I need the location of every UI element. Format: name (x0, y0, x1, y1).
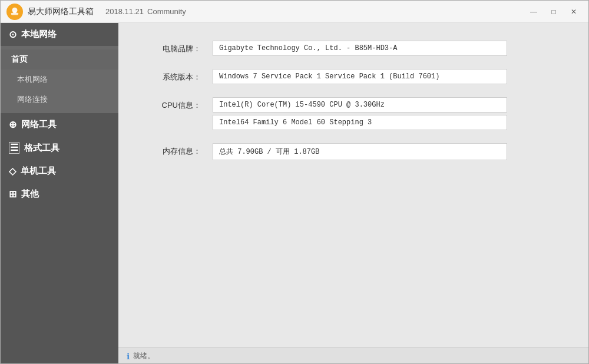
os-version-row: 系统版本： Windows 7 Service Pack 1 Service P… (154, 69, 553, 84)
pc-brand-value: Gigabyte Technology Co., Ltd. - B85M-HD3… (213, 41, 507, 56)
app-logo (6, 4, 23, 20)
app-version: 2018.11.21 (105, 7, 144, 16)
net-tools-label: 网络工具 (21, 119, 57, 130)
status-text: 就绪。 (133, 351, 154, 361)
svg-rect-2 (13, 11, 16, 14)
cpu-info-label: CPU信息： (154, 97, 201, 111)
other-icon: ⊞ (9, 188, 16, 200)
globe-icon: ⊙ (9, 29, 16, 40)
format-tools-icon: ☰ (9, 142, 19, 154)
sidebar: ⊙ 本地网络 首页 本机网络 网络连接 ⊕ 网络工具 ☰ 格式工具 ◇ 单机工具… (1, 23, 118, 364)
content-body: 电脑品牌： Gigabyte Technology Co., Ltd. - B8… (118, 23, 588, 347)
cpu-info-value-1: Intel64 Family 6 Model 60 Stepping 3 (213, 115, 507, 130)
os-version-value: Windows 7 Service Pack 1 Service Pack 1 … (213, 69, 507, 84)
minimize-button[interactable]: — (525, 5, 542, 19)
app-name: 易大师网络工具箱 (28, 6, 94, 17)
sidebar-format-tools-header[interactable]: ☰ 格式工具 (1, 136, 118, 160)
memory-info-value: 总共 7.90GB / 可用 1.87GB (213, 143, 507, 160)
app-edition: Community (147, 7, 186, 16)
cpu-info-values: Intel(R) Core(TM) i5-4590 CPU @ 3.30GHz … (213, 97, 553, 130)
cpu-info-row: CPU信息： Intel(R) Core(TM) i5-4590 CPU @ 3… (154, 97, 553, 130)
pc-brand-label: 电脑品牌： (154, 41, 201, 54)
close-button[interactable]: ✕ (565, 5, 583, 19)
memory-info-values: 总共 7.90GB / 可用 1.87GB (213, 143, 553, 160)
content-area: 电脑品牌： Gigabyte Technology Co., Ltd. - B8… (118, 23, 588, 364)
memory-info-row: 内存信息： 总共 7.90GB / 可用 1.87GB (154, 143, 553, 160)
titlebar: 易大师网络工具箱 2018.11.21 Community — □ ✕ (1, 1, 588, 23)
other-label: 其他 (21, 188, 39, 200)
local-network-label: 本地网络 (21, 29, 57, 40)
window-controls: — □ ✕ (525, 5, 583, 19)
pc-brand-row: 电脑品牌： Gigabyte Technology Co., Ltd. - B8… (154, 41, 553, 56)
format-tools-label: 格式工具 (24, 143, 59, 154)
os-version-label: 系统版本： (154, 69, 201, 82)
net-tools-icon: ⊕ (9, 119, 16, 130)
sidebar-single-tools-header[interactable]: ◇ 单机工具 (1, 160, 118, 183)
sidebar-subsection: 首页 本机网络 网络连接 (1, 46, 118, 113)
status-info-icon: ℹ (127, 352, 130, 361)
sidebar-net-tools-header[interactable]: ⊕ 网络工具 (1, 113, 118, 136)
maximize-button[interactable]: □ (545, 5, 562, 19)
status-bar: ℹ 就绪。 (118, 347, 588, 364)
sidebar-item-local-net[interactable]: 本机网络 (1, 70, 118, 90)
sidebar-home-item[interactable]: 首页 (1, 49, 118, 70)
sidebar-local-network-header[interactable]: ⊙ 本地网络 (1, 23, 118, 46)
os-version-values: Windows 7 Service Pack 1 Service Pack 1 … (213, 69, 553, 84)
sidebar-item-net-conn[interactable]: 网络连接 (1, 90, 118, 110)
cpu-info-value-0: Intel(R) Core(TM) i5-4590 CPU @ 3.30GHz (213, 97, 507, 112)
main-layout: ⊙ 本地网络 首页 本机网络 网络连接 ⊕ 网络工具 ☰ 格式工具 ◇ 单机工具… (1, 23, 588, 364)
sidebar-other-header[interactable]: ⊞ 其他 (1, 183, 118, 206)
memory-info-label: 内存信息： (154, 143, 201, 157)
single-tools-label: 单机工具 (21, 166, 56, 177)
pc-brand-values: Gigabyte Technology Co., Ltd. - B85M-HD3… (213, 41, 553, 56)
single-tools-icon: ◇ (9, 166, 16, 177)
